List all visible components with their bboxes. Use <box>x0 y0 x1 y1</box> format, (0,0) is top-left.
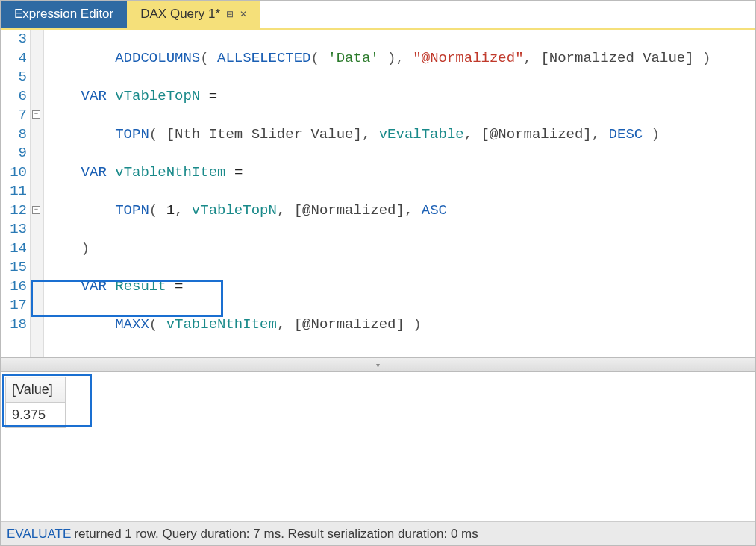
tab-bar: Expression Editor DAX Query 1* ⊟ ✕ <box>1 1 755 28</box>
result-table: [Value] 9.375 <box>5 377 66 428</box>
code-editor[interactable]: 3 4 5 6 7 8 9 10 11 12 13 14 15 16 17 18… <box>1 30 755 357</box>
tab-dax-query[interactable]: DAX Query 1* ⊟ ✕ <box>127 1 260 28</box>
pin-icon[interactable]: ⊟ <box>226 9 234 19</box>
close-icon[interactable]: ✕ <box>240 9 247 19</box>
results-grid[interactable]: [Value] 9.375 <box>1 372 755 521</box>
line-number-gutter: 3 4 5 6 7 8 9 10 11 12 13 14 15 16 17 18 <box>1 30 31 357</box>
tab-label: Expression Editor <box>14 7 113 22</box>
status-bar: EVALUATE returned 1 row. Query duration:… <box>1 521 755 545</box>
result-cell[interactable]: 9.375 <box>6 403 66 428</box>
status-text: returned 1 row. Query duration: 7 ms. Re… <box>74 527 478 542</box>
fold-column: − − <box>31 30 44 357</box>
status-evaluate-link[interactable]: EVALUATE <box>7 527 71 542</box>
code-content[interactable]: ADDCOLUMNS( ALLSELECTED( 'Data' ), "@Nor… <box>44 30 755 357</box>
grip-icon: ▾ <box>376 361 380 369</box>
horizontal-splitter[interactable]: ▾ <box>1 357 755 372</box>
fold-toggle[interactable]: − <box>32 110 40 119</box>
fold-toggle[interactable]: − <box>32 206 40 214</box>
result-column-header[interactable]: [Value] <box>6 377 66 403</box>
tab-label: DAX Query 1* <box>140 7 220 22</box>
tab-expression-editor[interactable]: Expression Editor <box>1 1 127 28</box>
